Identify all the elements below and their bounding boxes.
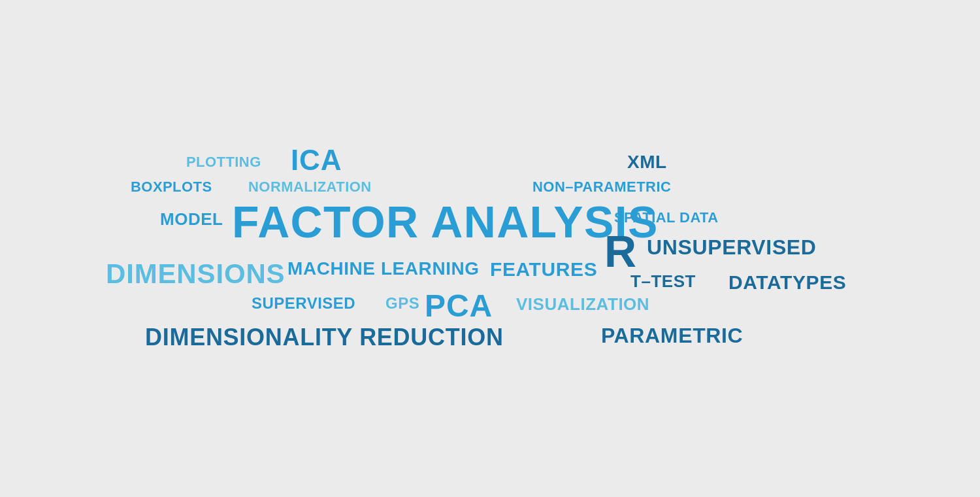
word-t-test: T–TEST <box>630 271 696 292</box>
word-model: MODEL <box>160 209 223 230</box>
word-spatial-data: SPATIAL DATA <box>614 209 719 226</box>
word-features: FEATURES <box>490 258 597 281</box>
word-cloud: PLOTTINGICAXMLBOXPLOTSNORMALIZATIONNON–P… <box>0 0 980 497</box>
word-r: R <box>604 226 637 277</box>
word-visualization: VISUALIZATION <box>516 294 649 315</box>
word-dimensionality-reduction: DIMENSIONALITY REDUCTION <box>145 324 504 351</box>
word-machine-learning: MACHINE LEARNING <box>287 258 480 279</box>
word-pca: PCA <box>425 288 493 324</box>
word-plotting: PLOTTING <box>186 154 261 171</box>
word-dimensions: DIMENSIONS <box>106 258 285 290</box>
word-boxplots: BOXPLOTS <box>131 179 212 196</box>
word-gps: GPS <box>385 294 419 313</box>
word-ica: ICA <box>291 144 342 177</box>
word-factor-analysis: FACTOR ANALYSIS <box>232 196 659 247</box>
word-parametric: PARAMETRIC <box>601 324 743 348</box>
word-supervised: SUPERVISED <box>252 294 355 313</box>
word-datatypes: DATATYPES <box>728 271 846 294</box>
word-non-parametric: NON–PARAMETRIC <box>532 179 671 196</box>
word-normalization: NORMALIZATION <box>248 179 372 196</box>
word-xml: XML <box>627 152 667 173</box>
word-unsupervised: UNSUPERVISED <box>647 235 817 260</box>
